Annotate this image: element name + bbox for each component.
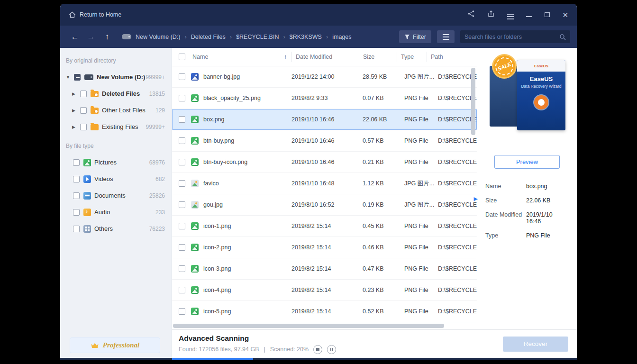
- preview-button[interactable]: Preview: [494, 155, 560, 169]
- folder-icon: [91, 124, 99, 130]
- file-size: 1.12 KB: [363, 180, 404, 187]
- table-row[interactable]: icon-1.png2019/8/2 15:140.45 KBPNG FileD…: [172, 216, 477, 237]
- row-checkbox[interactable]: [179, 137, 185, 144]
- home-icon: [69, 11, 76, 18]
- select-all-checkbox[interactable]: [179, 54, 185, 60]
- column-header-type[interactable]: Type: [397, 52, 430, 62]
- table-row[interactable]: box.png2019/1/10 16:4622.06 KBPNG FileD:…: [172, 109, 477, 130]
- sidebar-item-existing-files[interactable]: ▶ Existing Files 99999+: [60, 118, 172, 135]
- scrollbar-thumb[interactable]: [471, 68, 475, 135]
- pause-scan-button[interactable]: [327, 345, 336, 354]
- file-type-icon: [191, 308, 199, 315]
- column-header-name[interactable]: Name ↑: [191, 52, 291, 62]
- table-row[interactable]: btn-buy-icon.png2019/1/10 16:460.21 KBPN…: [172, 152, 477, 173]
- forward-button[interactable]: →: [83, 32, 99, 42]
- search-input[interactable]: [464, 34, 559, 40]
- type-checkbox[interactable]: [73, 159, 80, 166]
- chevron-right-icon[interactable]: ▶: [72, 108, 79, 113]
- file-date-modified: 2019/8/10 16:52: [291, 201, 363, 208]
- menu-icon[interactable]: [507, 10, 514, 19]
- share-icon[interactable]: [467, 10, 475, 19]
- table-row[interactable]: btn-buy.png2019/1/10 16:460.57 KBPNG Fil…: [172, 130, 477, 152]
- row-checkbox[interactable]: [179, 265, 185, 272]
- search-box: [460, 30, 570, 43]
- file-date-modified: 2019/8/2 9:33: [291, 95, 363, 101]
- row-checkbox[interactable]: [179, 308, 185, 315]
- file-date-modified: 2019/1/10 16:46: [291, 137, 363, 144]
- sidebar-item-pictures[interactable]: Pictures 68976: [60, 154, 172, 171]
- found-status: Found: 172056 files, 97.94 GB: [179, 346, 259, 353]
- back-button[interactable]: ←: [67, 32, 83, 42]
- sidebar-item-others[interactable]: Others 76223: [60, 220, 172, 237]
- type-checkbox[interactable]: [73, 176, 80, 182]
- breadcrumb: New Volume (D:) › Deleted Files › $RECYC…: [122, 33, 352, 40]
- table-row[interactable]: icon-5.png2019/8/2 15:140.52 KBPNG FileD…: [172, 301, 477, 322]
- professional-button[interactable]: Professional: [70, 337, 160, 353]
- type-checkbox[interactable]: [73, 226, 80, 232]
- life-ring-icon: [534, 95, 548, 109]
- sidebar-item-deleted-files[interactable]: ▶ Deleted Files 13815: [60, 85, 172, 102]
- filter-button[interactable]: Filter: [399, 30, 431, 43]
- column-header-path[interactable]: Path: [427, 52, 477, 62]
- sidebar-item-audio[interactable]: Audio 233: [60, 204, 172, 220]
- file-name: banner-bg.jpg: [203, 73, 291, 80]
- row-checkbox[interactable]: [179, 116, 185, 123]
- table-row[interactable]: icon-3.png2019/8/2 15:140.47 KBPNG FileD…: [172, 258, 477, 280]
- collapse-panel-arrow[interactable]: ▶: [474, 196, 478, 202]
- recover-button[interactable]: Recover: [503, 337, 568, 352]
- scrollbar-thumb[interactable]: [173, 324, 444, 328]
- tree-checkbox[interactable]: [80, 124, 87, 130]
- chevron-right-icon[interactable]: ▶: [72, 125, 79, 129]
- table-row[interactable]: favico2019/1/10 16:481.12 KBJPG 图片...D:\…: [172, 173, 477, 194]
- type-checkbox[interactable]: [73, 209, 80, 216]
- vertical-scrollbar[interactable]: [471, 68, 475, 319]
- row-checkbox[interactable]: [179, 73, 185, 80]
- column-header-date[interactable]: Date Modified: [291, 52, 363, 62]
- breadcrumb-item[interactable]: images: [332, 34, 351, 40]
- chevron-down-icon[interactable]: ▼: [66, 75, 73, 80]
- row-checkbox[interactable]: [179, 180, 185, 187]
- file-date-modified: 2019/8/2 15:14: [291, 265, 363, 272]
- tree-checkbox[interactable]: [80, 91, 87, 97]
- row-checkbox[interactable]: [179, 244, 185, 251]
- breadcrumb-item[interactable]: $RK3KSWS: [290, 34, 322, 40]
- table-row[interactable]: gou.jpg2019/8/10 16:520.19 KBJPG 图片...D:…: [172, 194, 477, 216]
- file-size: 0.21 KB: [363, 159, 404, 165]
- sidebar-item-videos[interactable]: Videos 682: [60, 171, 172, 187]
- sort-ascending-icon[interactable]: ↑: [284, 54, 287, 60]
- up-button[interactable]: ↑: [99, 32, 115, 42]
- breadcrumb-item[interactable]: New Volume (D:): [136, 34, 180, 40]
- tree-checkbox[interactable]: [80, 107, 87, 114]
- maximize-button[interactable]: [545, 10, 550, 19]
- breadcrumb-item[interactable]: $RECYCLE.BIN: [236, 34, 279, 40]
- return-home-button[interactable]: Return to Home: [69, 11, 121, 18]
- sidebar-item-new-volume[interactable]: ▼ New Volume (D:) 99999+: [60, 69, 172, 85]
- row-checkbox[interactable]: [179, 223, 185, 229]
- row-checkbox[interactable]: [179, 201, 185, 208]
- table-row[interactable]: black_opacity_25.png2019/8/2 9:330.07 KB…: [172, 88, 477, 109]
- table-row[interactable]: icon-4.png2019/8/2 15:140.23 KBPNG FileD…: [172, 280, 477, 301]
- column-header-size[interactable]: Size: [359, 52, 400, 62]
- stop-scan-button[interactable]: [313, 345, 322, 354]
- search-icon[interactable]: [559, 34, 566, 40]
- export-icon[interactable]: [487, 10, 495, 19]
- view-options-button[interactable]: [437, 30, 455, 43]
- type-item-label: Pictures: [94, 159, 117, 166]
- tree-checkbox[interactable]: [74, 74, 81, 81]
- minimize-button[interactable]: [526, 10, 532, 19]
- row-checkbox[interactable]: [179, 287, 185, 293]
- sidebar-item-documents[interactable]: Documents 25826: [60, 187, 172, 204]
- breadcrumb-item[interactable]: Deleted Files: [191, 34, 226, 40]
- type-checkbox[interactable]: [73, 192, 80, 199]
- table-row[interactable]: icon-2.png2019/8/2 15:140.46 KBPNG FileD…: [172, 237, 477, 258]
- row-checkbox[interactable]: [179, 95, 185, 101]
- table-row[interactable]: banner-bg.jpg2019/1/22 14:0028.59 KBJPG …: [172, 66, 477, 88]
- row-checkbox[interactable]: [179, 159, 185, 165]
- file-date-modified: 2019/1/10 16:46: [291, 159, 363, 165]
- sidebar-item-other-lost-files[interactable]: ▶ Other Lost Files 129: [60, 102, 172, 118]
- file-table: Name ↑ Date Modified Size Type Path bann…: [172, 48, 477, 329]
- close-button[interactable]: ✕: [562, 11, 568, 18]
- chevron-right-icon[interactable]: ▶: [72, 91, 79, 96]
- chevron-right-icon: ›: [230, 33, 232, 40]
- horizontal-scrollbar[interactable]: [173, 324, 470, 328]
